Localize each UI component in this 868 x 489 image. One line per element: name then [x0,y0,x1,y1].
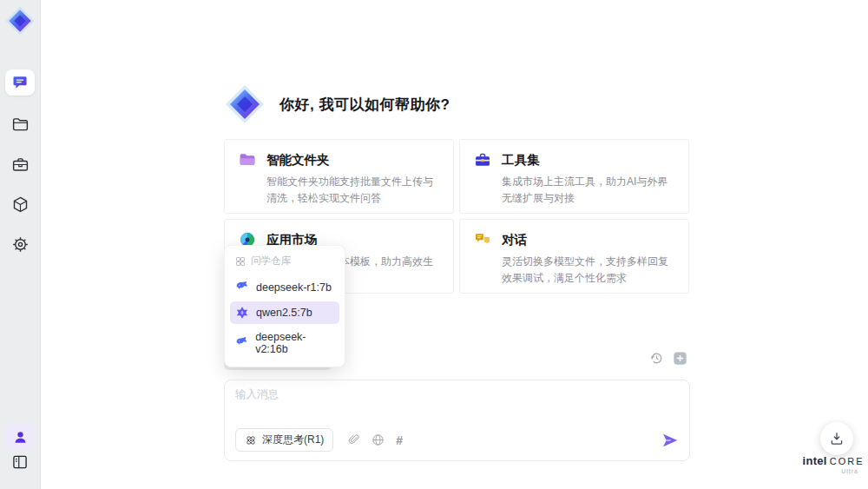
sidebar-item-account[interactable] [5,424,35,450]
plus-square-icon [672,350,688,367]
prompt-library-button[interactable]: # [396,433,403,447]
card-desc: 灵活切换多模型文件，支持多样回复效果调试，满足个性化需求 [502,254,674,286]
card-conversation[interactable]: 对话 灵活切换多模型文件，支持多样回复效果调试，满足个性化需求 [459,219,689,294]
intel-sub-text: Ultra [805,468,862,474]
deepseek-whale-icon [235,336,248,350]
paperclip-icon [347,433,360,446]
toolbox-icon [474,151,491,169]
sidebar-item-chat[interactable] [5,69,35,96]
model-option-label: deepseek-v2:16b [255,331,334,355]
model-option-deepseek-r1[interactable]: deepseek-r1:7b [230,276,339,299]
gear-icon [11,235,30,254]
hash-icon: # [396,433,403,447]
person-icon [12,429,29,446]
intel-wordmark: intel [803,454,827,467]
app-logo-icon [4,5,36,36]
send-button[interactable] [661,432,679,449]
intel-core-text: CORE [830,456,865,466]
chat-bubbles-icon [474,231,491,248]
model-dropdown-header: 问学仓库 [230,252,339,274]
deep-think-toggle[interactable]: 深度思考(R1) [235,428,333,452]
send-icon [661,432,679,449]
web-search-button[interactable] [372,433,385,446]
purple-folder-icon [239,151,256,169]
sidebar-item-folders[interactable] [5,111,35,137]
history-icon [649,351,664,366]
model-dropdown: 问学仓库 deepseek-r1:7b qwen2.5:7b deepseek-… [224,245,345,367]
globe-icon [372,433,385,446]
message-input[interactable] [235,387,669,424]
greeting-text: 你好, 我可以如何帮助你? [279,95,450,115]
app-logo-icon [224,83,266,125]
history-button[interactable] [649,351,664,366]
intel-core-logo: intel CORE Ultra [805,454,862,474]
atom-icon [245,434,257,446]
model-option-deepseek-v2[interactable]: deepseek-v2:16b [230,327,339,360]
sidebar-item-models[interactable] [5,191,35,217]
model-option-qwen[interactable]: qwen2.5:7b [230,301,339,324]
card-title: 智能文件夹 [266,152,330,169]
chat-bubble-icon [11,74,29,91]
message-composer: 深度思考(R1) # [224,380,690,461]
sidebar [0,0,41,489]
model-option-label: deepseek-r1:7b [256,281,332,294]
greeting: 你好, 我可以如何帮助你? [224,83,450,125]
card-title: 对话 [502,232,527,248]
new-chat-button[interactable] [672,350,688,367]
composer-toolbar: 深度思考(R1) # [235,428,679,452]
sidebar-item-panel[interactable] [5,449,35,475]
cube-icon [11,195,30,214]
deep-think-label: 深度思考(R1) [262,433,324,447]
briefcase-icon [11,155,30,174]
attach-button[interactable] [347,433,360,446]
header-actions [649,350,688,367]
download-icon [829,431,845,446]
model-dropdown-header-label: 问学仓库 [251,254,291,268]
book-panel-icon [11,453,29,471]
repo-grid-icon [235,256,246,267]
sidebar-item-toolbox[interactable] [5,151,35,177]
card-smart-folder[interactable]: 智能文件夹 智能文件夹功能支持批量文件上传与清洗，轻松实现文件问答 [224,139,454,214]
model-option-label: qwen2.5:7b [256,307,312,319]
sidebar-item-settings[interactable] [5,231,35,257]
deepseek-whale-icon [235,281,249,294]
card-toolset[interactable]: 工具集 集成市场上主流工具，助力AI与外界无缝扩展与对接 [459,139,689,214]
card-desc: 智能文件夹功能支持批量文件上传与清洗，轻松实现文件问答 [266,174,439,206]
folder-icon [11,116,30,134]
card-title: 工具集 [502,152,540,169]
qwen-star-icon [235,306,249,320]
composer-icons: # [347,433,403,447]
card-desc: 集成市场上主流工具，助力AI与外界无缝扩展与对接 [502,174,674,206]
download-button[interactable] [820,422,853,455]
